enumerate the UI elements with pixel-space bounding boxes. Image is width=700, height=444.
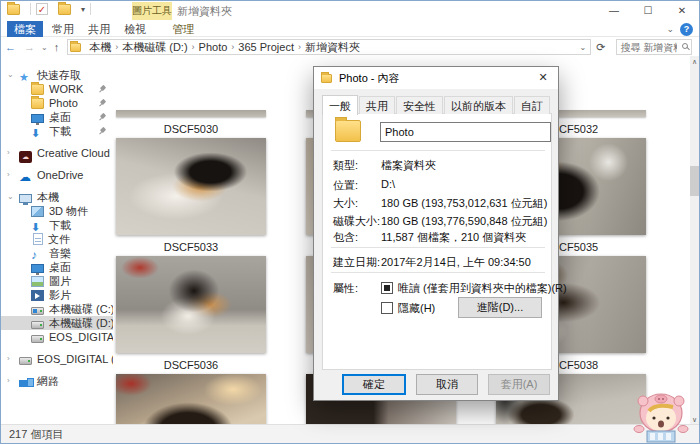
readonly-label: 唯讀 (僅套用到資料夾中的檔案)(R) [398, 282, 567, 294]
breadcrumb[interactable]: 本機 › 本機磁碟 (D:) › Photo › 365 Project › 新… [67, 39, 591, 55]
breadcrumb-item[interactable]: 新增資料夾 [302, 40, 363, 55]
chevron-icon[interactable]: ⌄ [7, 190, 14, 204]
scroll-up-icon[interactable]: ∧ [690, 56, 699, 68]
field-label: 磁碟大小: [333, 214, 380, 229]
chevron-down-icon[interactable]: ▾ [81, 5, 85, 14]
attributes-label: 屬性: [333, 281, 358, 296]
refresh-icon[interactable]: ⟳ [591, 41, 610, 54]
folder-icon[interactable] [58, 4, 71, 15]
chevron-icon[interactable]: › [7, 168, 10, 182]
video-icon [31, 290, 44, 301]
file-name: DSCF5033 [116, 241, 266, 253]
folder-name-field[interactable] [380, 122, 551, 142]
drive-icon [31, 321, 44, 329]
tab-file[interactable]: 檔案 [7, 21, 43, 37]
breadcrumb-item[interactable]: 本機磁碟 (D:) [119, 40, 190, 55]
file-item[interactable]: DSCF5039 [116, 374, 266, 426]
sidebar-item-videos[interactable]: 影片 [1, 288, 113, 302]
sidebar-item-desktop[interactable]: 桌面 [1, 260, 113, 274]
history-dropdown-icon[interactable]: ⌄ [39, 43, 50, 52]
tab-general[interactable]: 一般 [322, 95, 358, 115]
chevron-icon[interactable]: › [7, 374, 10, 388]
tab-customize[interactable]: 自訂 [514, 96, 550, 114]
cloud-icon: ☁ [19, 172, 32, 183]
chevron-icon[interactable]: › [7, 146, 10, 160]
tab-home[interactable]: 常用 [47, 21, 79, 37]
picture-icon [31, 276, 44, 287]
divider [331, 150, 545, 151]
search-box[interactable] [616, 39, 692, 55]
contextual-tab-header: 圖片工具 [132, 2, 172, 20]
tab-share[interactable]: 共用 [83, 21, 115, 37]
divider [331, 272, 545, 273]
tab-manage[interactable]: 管理 [167, 21, 199, 37]
help-icon[interactable]: ? [680, 23, 693, 36]
sidebar-item-desktop-qa[interactable]: 桌面 [1, 110, 113, 124]
thumbnail-partial[interactable] [116, 110, 266, 117]
sidebar-item-onedrive[interactable]: ›☁OneDrive [1, 168, 113, 182]
tab-sharing[interactable]: 共用 [359, 96, 395, 114]
tab-previous-versions[interactable]: 以前的版本 [444, 96, 513, 114]
sidebar-item-network[interactable]: ›網路 [1, 374, 113, 388]
sidebar-item-photo[interactable]: Photo [1, 96, 113, 110]
vertical-scrollbar[interactable]: ∧ ∨ [690, 56, 699, 426]
file-item[interactable]: DSCF5036 [116, 256, 266, 371]
scrollbar-thumb[interactable] [690, 166, 699, 196]
dialog-close-icon[interactable]: ✕ [528, 67, 558, 88]
window-title: 新增資料夾 [177, 4, 232, 19]
sidebar-item-3d-objects[interactable]: 3D 物件 [1, 204, 113, 218]
file-item[interactable]: DSCF5033 [116, 138, 266, 253]
creative-cloud-icon: ☁ [19, 151, 32, 163]
folder-icon[interactable] [7, 4, 20, 15]
back-button[interactable]: ← [1, 41, 20, 53]
sidebar-item-pictures[interactable]: 圖片 [1, 274, 113, 288]
breadcrumb-item[interactable]: 365 Project [235, 41, 297, 53]
dialog-footer: 確定 取消 套用(A) [314, 368, 558, 400]
breadcrumb-item[interactable]: 本機 [86, 40, 114, 55]
field-value: D:\ [381, 178, 395, 190]
check-icon[interactable]: ✓ [36, 3, 48, 15]
sidebar-item-this-pc[interactable]: ⌄本機 [1, 190, 113, 204]
sidebar-item-drive-g[interactable]: EOS_DIGITAL (G:) [1, 330, 113, 344]
up-button[interactable]: ↑ [50, 41, 64, 53]
thumbnail[interactable] [116, 138, 266, 235]
tab-view[interactable]: 檢視 [119, 21, 151, 37]
explorer-window: ✓ ▾ 圖片工具 新增資料夾 — ☐ ✕ 檔案 常用 共用 檢視 管理 ⌄ ? … [0, 0, 700, 444]
apply-button[interactable]: 套用(A) [488, 374, 550, 395]
title-bar: ✓ ▾ 圖片工具 新增資料夾 — ☐ ✕ [1, 1, 699, 21]
sidebar-item-documents[interactable]: 文件 [1, 232, 113, 246]
cancel-button[interactable]: 取消 [416, 374, 478, 395]
minimize-button[interactable]: — [597, 1, 631, 21]
readonly-checkbox[interactable] [381, 282, 393, 294]
ribbon-collapse-icon[interactable]: ⌄ [666, 24, 674, 34]
advanced-button[interactable]: 進階(D)... [458, 297, 542, 318]
computer-icon [19, 194, 32, 203]
close-button[interactable]: ✕ [665, 1, 699, 21]
search-input[interactable] [617, 40, 691, 54]
sidebar-item-drive-d[interactable]: 本機磁碟 (D:) [1, 316, 113, 330]
file-item[interactable]: DSCF5030 [116, 56, 266, 135]
ok-button[interactable]: 確定 [342, 374, 406, 395]
sidebar-item-work[interactable]: WORK [1, 82, 113, 96]
chevron-icon[interactable]: › [7, 352, 10, 366]
thumbnail[interactable] [116, 256, 266, 353]
item-count: 217 個項目 [9, 428, 63, 440]
forward-button[interactable]: → [20, 41, 39, 53]
breadcrumb-item[interactable]: Photo [196, 41, 231, 53]
sidebar-item-downloads[interactable]: ⬇下載 [1, 218, 113, 232]
address-dropdown-icon[interactable]: ⌄ [580, 43, 589, 52]
properties-dialog: Photo - 內容 ✕ 一般共用安全性以前的版本自訂 類型: 檔案資料夾 位置… [313, 66, 559, 401]
maximize-button[interactable]: ☐ [631, 1, 665, 21]
thumbnail[interactable] [116, 374, 266, 426]
pin-icon [96, 83, 107, 94]
hidden-checkbox[interactable] [381, 302, 393, 314]
chevron-icon[interactable]: ⌄ [7, 68, 14, 82]
sidebar-item-music[interactable]: ♪音樂 [1, 246, 113, 260]
tab-security[interactable]: 安全性 [396, 96, 443, 114]
sidebar-item-eos-digital[interactable]: ›EOS_DIGITAL (G:) [1, 352, 113, 366]
sidebar-item-downloads-qa[interactable]: ⬇下載 [1, 124, 113, 138]
sidebar-item-creative-cloud[interactable]: ›☁Creative Cloud Files [1, 146, 113, 160]
sidebar-item-drive-c[interactable]: 本機磁碟 (C:) [1, 302, 113, 316]
field-value: 180 GB (193,753,012,631 位元組) [381, 196, 547, 211]
sidebar-item-quick-access[interactable]: ⌄★快速存取 [1, 68, 113, 82]
